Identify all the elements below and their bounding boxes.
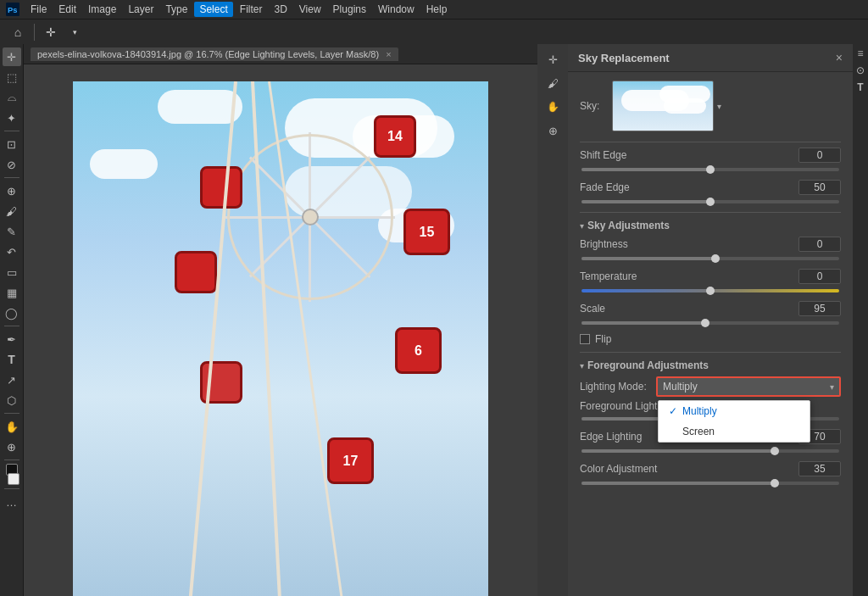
- color-adj-slider[interactable]: [581, 482, 839, 485]
- hand-tool[interactable]: ✋: [3, 417, 21, 436]
- sky-panel-title: Sky Replacement: [578, 52, 670, 64]
- menu-plugins[interactable]: Plugins: [328, 2, 371, 17]
- menu-file[interactable]: File: [25, 2, 52, 17]
- path-tool[interactable]: ↗: [3, 370, 21, 389]
- home-btn[interactable]: ⌂: [7, 21, 29, 43]
- sky-thumbnail-container[interactable]: ▾: [612, 81, 841, 131]
- gradient-tool[interactable]: ▦: [3, 283, 21, 302]
- move-tool-btn[interactable]: ✛: [40, 21, 62, 43]
- options-toolbar: ⌂ ✛ ▾: [0, 19, 868, 44]
- brightness-row: Brightness 0: [580, 237, 841, 252]
- menu-view[interactable]: View: [294, 2, 326, 17]
- eraser-tool[interactable]: ▭: [3, 263, 21, 281]
- fg-adjustments-header[interactable]: ▾ Foreground Adjustments: [580, 359, 841, 371]
- fg-adj-chevron: ▾: [580, 361, 584, 370]
- dropdown-option-multiply[interactable]: ✓ Multiply: [659, 401, 810, 421]
- brightness-slider[interactable]: [581, 257, 839, 260]
- heal-tool[interactable]: ⊕: [3, 181, 21, 200]
- right-icon-adjust[interactable]: ⊙: [856, 64, 865, 76]
- menu-filter[interactable]: Filter: [235, 2, 268, 17]
- fade-edge-thumb[interactable]: [706, 198, 715, 206]
- canvas-content: 14 15 6 17: [24, 64, 537, 596]
- menu-window[interactable]: Window: [373, 2, 420, 17]
- clone-tool[interactable]: ✎: [3, 222, 21, 241]
- sky-thumbnail[interactable]: [612, 81, 714, 131]
- lighting-mode-dropdown[interactable]: Multiply ▾: [656, 376, 841, 397]
- sky-dropdown-arrow[interactable]: ▾: [717, 102, 721, 111]
- sky-tool-zoom[interactable]: ⊕: [542, 120, 563, 141]
- sky-tool-hand[interactable]: ✋: [542, 97, 563, 117]
- dodge-tool[interactable]: ◯: [3, 304, 21, 322]
- lighting-mode-arrow: ▾: [830, 382, 834, 392]
- edge-lighting-slider-row: [580, 449, 841, 453]
- shift-edge-slider[interactable]: [581, 168, 839, 171]
- lighting-mode-label: Lighting Mode:: [580, 381, 656, 393]
- edge-lighting-slider[interactable]: [581, 449, 839, 453]
- tool-sep1: [4, 131, 19, 131]
- right-icon-type[interactable]: T: [857, 81, 863, 93]
- fade-edge-value[interactable]: 50: [798, 180, 841, 195]
- temperature-value[interactable]: 0: [798, 269, 841, 284]
- fade-edge-slider[interactable]: [581, 200, 839, 203]
- right-icon-layers[interactable]: ≡: [857, 47, 863, 59]
- menu-3d[interactable]: 3D: [269, 2, 292, 17]
- brightness-value[interactable]: 0: [798, 237, 841, 252]
- scale-thumb[interactable]: [701, 319, 709, 327]
- menu-type[interactable]: Type: [160, 2, 192, 17]
- sky-adjustments-header[interactable]: ▾ Sky Adjustments: [580, 220, 841, 231]
- background-color[interactable]: [8, 473, 19, 485]
- color-adj-value[interactable]: 35: [798, 461, 841, 476]
- temperature-slider[interactable]: [581, 289, 839, 292]
- dropdown-option-screen[interactable]: ✓ Screen: [659, 421, 810, 442]
- tool-sep4: [4, 413, 19, 414]
- move-arrow-down[interactable]: ▾: [64, 21, 86, 43]
- menu-layer[interactable]: Layer: [123, 2, 159, 17]
- menu-image[interactable]: Image: [83, 2, 121, 17]
- scale-value[interactable]: 95: [798, 301, 841, 316]
- brightness-slider-row: [580, 257, 841, 260]
- zoom-tool[interactable]: ⊕: [3, 437, 21, 456]
- eyedropper-tool[interactable]: ⊘: [3, 155, 21, 174]
- color-adj-thumb[interactable]: [771, 479, 779, 487]
- edge-lighting-thumb[interactable]: [771, 447, 779, 455]
- shape-tool[interactable]: ⬡: [3, 391, 21, 409]
- scale-fill: [581, 321, 705, 325]
- crop-tool[interactable]: ⊡: [3, 135, 21, 153]
- marquee-tool[interactable]: ⬚: [3, 68, 21, 86]
- magic-wand-tool[interactable]: ✦: [3, 109, 21, 127]
- pen-tool[interactable]: ✒: [3, 330, 21, 348]
- brush-tool[interactable]: 🖌: [3, 202, 21, 220]
- history-tool[interactable]: ↶: [3, 242, 21, 261]
- shift-edge-value[interactable]: 0: [798, 148, 841, 163]
- dropdown-option-screen-label: Screen: [682, 426, 715, 437]
- type-tool[interactable]: T: [3, 350, 21, 369]
- tool-sep5: [4, 460, 19, 460]
- shift-edge-fill: [581, 168, 710, 171]
- scale-label: Scale: [580, 303, 798, 315]
- tool-sep3: [4, 326, 19, 326]
- sky-tool-move[interactable]: ✛: [542, 49, 563, 70]
- menu-select[interactable]: Select: [194, 2, 232, 17]
- move-tool[interactable]: ✛: [3, 47, 21, 66]
- flip-row: Flip: [580, 333, 841, 345]
- lasso-tool[interactable]: ⌓: [3, 88, 21, 107]
- flip-checkbox[interactable]: [580, 334, 590, 344]
- canvas-tab-item[interactable]: pexels-elina-volkova-18403914.jpg @ 16.7…: [31, 47, 398, 61]
- temperature-thumb[interactable]: [706, 287, 715, 295]
- sky-replacement-panel: ✛ 🖌 ✋ ⊕ Sky Replacement × Sky:: [537, 44, 868, 596]
- menu-edit[interactable]: Edit: [53, 2, 81, 17]
- shift-edge-thumb[interactable]: [706, 165, 715, 174]
- right-icons-panel: ≡ ⊙ T: [853, 44, 868, 596]
- temperature-row: Temperature 0: [580, 269, 841, 284]
- scale-slider[interactable]: [581, 321, 839, 325]
- more-tools[interactable]: …: [3, 493, 21, 511]
- brightness-fill: [581, 257, 715, 260]
- menu-help[interactable]: Help: [421, 2, 453, 17]
- sky-tool-brush[interactable]: 🖌: [542, 73, 563, 93]
- sky-panel-close-btn[interactable]: ×: [836, 51, 843, 64]
- app-logo: Ps: [3, 0, 22, 19]
- tab-close-btn[interactable]: ×: [386, 49, 391, 59]
- multiply-check-icon: ✓: [669, 405, 677, 417]
- brightness-thumb[interactable]: [711, 254, 720, 263]
- section-div2: [580, 212, 841, 213]
